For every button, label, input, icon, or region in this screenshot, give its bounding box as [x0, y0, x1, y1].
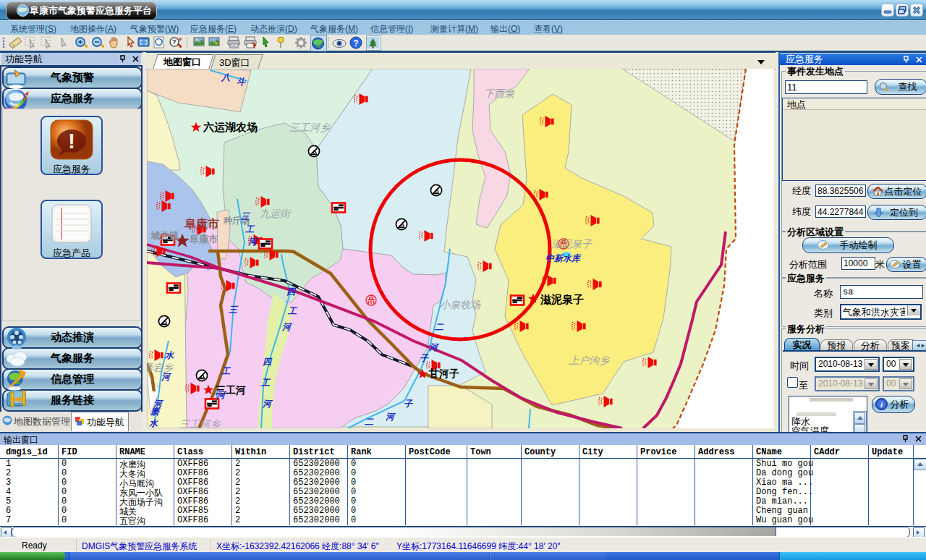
svg-text:九运街: 九运街: [260, 208, 292, 219]
svg-text:八: 八: [221, 72, 230, 82]
svg-text:!: !: [68, 129, 75, 153]
svg-text:三: 三: [240, 211, 251, 221]
svg-text:二: 二: [434, 322, 444, 332]
svg-text:四: 四: [263, 357, 273, 367]
svg-text:工: 工: [245, 224, 255, 234]
svg-text:?: ?: [172, 38, 177, 46]
svg-text:工: 工: [260, 378, 271, 388]
svg-text:小泉牧场: 小泉牧场: [440, 299, 481, 310]
svg-text:六运湖农场: 六运湖农场: [203, 121, 258, 133]
svg-text:滋泥泉子: 滋泥泉子: [551, 238, 592, 250]
svg-text:滋泥泉子: 滋泥泉子: [540, 293, 584, 305]
svg-text:中新水库: 中新水库: [545, 253, 582, 263]
svg-text:磨: 磨: [150, 407, 161, 417]
svg-text:子: 子: [404, 399, 413, 409]
svg-text:阜康市: 阜康市: [189, 234, 218, 245]
svg-text:子: 子: [420, 353, 429, 363]
svg-text:?: ?: [353, 38, 358, 48]
svg-text:三工河乡: 三工河乡: [179, 418, 221, 428]
svg-text:三工河乡: 三工河乡: [289, 122, 331, 133]
svg-text:水: 水: [164, 350, 174, 360]
svg-text:下西泉: 下西泉: [484, 88, 514, 99]
svg-text:甘河子: 甘河子: [428, 368, 459, 379]
svg-text:阜康市: 阜康市: [184, 217, 219, 230]
svg-text:斗: 斗: [237, 77, 246, 87]
svg-text:工: 工: [221, 366, 232, 376]
svg-text:工: 工: [287, 306, 298, 316]
svg-text:上户沟乡: 上户沟乡: [569, 355, 610, 366]
svg-text:二: 二: [364, 417, 374, 427]
svg-text:四: 四: [286, 287, 297, 297]
svg-text:水: 水: [148, 418, 158, 428]
svg-text:三: 三: [228, 305, 239, 315]
svg-text:城关镇: 城关镇: [150, 230, 179, 241]
